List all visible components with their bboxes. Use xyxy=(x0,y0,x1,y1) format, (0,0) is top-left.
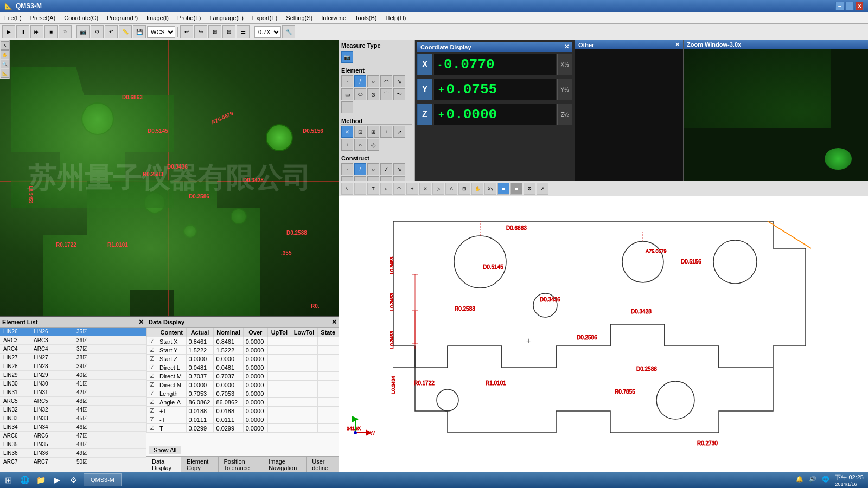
data-display-close-button[interactable]: ✕ xyxy=(331,318,337,326)
ie-button[interactable]: 🌐 xyxy=(16,473,33,487)
menu-export[interactable]: Export(E) xyxy=(248,14,282,22)
element-ring-icon[interactable]: ⊙ xyxy=(367,88,379,100)
list-item[interactable]: LIN27 LIN27 38 ☑ xyxy=(0,354,146,362)
list-item[interactable]: LIN30 LIN30 41 ☑ xyxy=(0,380,146,388)
fast-forward-button[interactable]: » xyxy=(59,25,72,38)
list-item[interactable]: LIN36 LIN36 49 ☑ xyxy=(0,449,146,458)
step-forward-button[interactable]: ⏭ xyxy=(30,25,43,38)
element-rect-icon[interactable]: ▭ xyxy=(341,88,353,100)
start-button[interactable]: ⊞ xyxy=(0,473,16,487)
element-line-icon[interactable]: / xyxy=(354,75,366,87)
list-item[interactable]: ARC6 ARC6 47 ☑ xyxy=(0,432,146,440)
refresh-button[interactable]: ↺ xyxy=(91,25,104,38)
construct-dot-icon[interactable]: · xyxy=(341,163,353,175)
method-dash-icon[interactable]: ⊞ xyxy=(367,126,379,138)
cad-settings-btn[interactable]: ⚙ xyxy=(524,183,535,195)
play-button[interactable]: ▶ xyxy=(2,25,15,38)
cad-color2-btn[interactable]: ■ xyxy=(510,183,522,195)
element-wave-icon[interactable]: ∿ xyxy=(393,75,405,87)
cad-xy-btn[interactable]: Xy xyxy=(484,183,496,195)
cad-color1-btn[interactable]: ■ xyxy=(497,183,509,195)
tray-icon-2[interactable]: 🔊 xyxy=(809,476,818,484)
app-button[interactable]: ⚙ xyxy=(65,473,81,487)
folder-button[interactable]: 📁 xyxy=(33,473,49,487)
method-dotted-icon[interactable]: ⊡ xyxy=(354,126,366,138)
x-half-button[interactable]: X½ xyxy=(557,54,572,75)
construct-line-icon[interactable]: / xyxy=(354,163,366,175)
stop-button[interactable]: ■ xyxy=(44,25,58,38)
cad-x-btn[interactable]: ✕ xyxy=(419,183,431,195)
measure-icon-camera[interactable]: 📷 xyxy=(341,51,353,63)
redo-button[interactable]: ↪ xyxy=(194,25,207,38)
other-close-button[interactable]: ✕ xyxy=(675,41,680,48)
pause-button[interactable]: ⏸ xyxy=(16,25,29,38)
method-x-icon[interactable]: ✕ xyxy=(341,126,353,138)
method-plus-icon[interactable]: + xyxy=(380,126,392,138)
list-item[interactable]: ARC7 ARC7 50 ☑ xyxy=(0,458,146,466)
camera-button[interactable]: 📷 xyxy=(76,25,90,38)
element-circle-icon[interactable]: ○ xyxy=(367,75,379,87)
cad-arc-btn[interactable]: ◠ xyxy=(393,183,405,195)
z-half-button[interactable]: Z½ xyxy=(557,104,572,125)
cad-zoom-out-btn[interactable]: ⊞ xyxy=(458,183,470,195)
table-button[interactable]: ⊟ xyxy=(222,25,235,38)
construct-wave2-icon[interactable]: ∿ xyxy=(393,163,405,175)
construct-circle-icon[interactable]: ○ xyxy=(367,163,379,175)
cad-circle-btn[interactable]: ○ xyxy=(380,183,392,195)
menu-preset[interactable]: Preset(A) xyxy=(26,14,60,22)
cad-pan-btn[interactable]: ✋ xyxy=(471,183,483,195)
cad-canvas[interactable]: D0.6863 D0.5145 D0.5156 D0.3436 D0.3428 … xyxy=(339,196,868,474)
list-item[interactable]: LIN32 LIN32 44 ☑ xyxy=(0,406,146,414)
list-item[interactable]: ARC3 ARC3 36 ☑ xyxy=(0,336,146,345)
y-half-button[interactable]: Y½ xyxy=(557,79,572,100)
undo-button[interactable]: ↩ xyxy=(180,25,193,38)
align-button[interactable]: ⊞ xyxy=(208,25,221,38)
element-list-table[interactable]: LIN26 LIN26 35 ☑ ARC3 ARC3 36 ☑ ARC4 ARC… xyxy=(0,328,146,474)
minimize-button[interactable]: − xyxy=(835,2,844,10)
method-circle-icon[interactable]: ○ xyxy=(354,139,366,151)
list-item[interactable]: LIN31 LIN31 42 ☑ xyxy=(0,388,146,397)
element-hline-icon[interactable]: — xyxy=(341,101,353,113)
cad-t-btn[interactable]: T xyxy=(367,183,379,195)
list-button[interactable]: ☰ xyxy=(237,25,250,38)
cad-cursor-btn[interactable]: ▷ xyxy=(432,183,444,195)
menu-setting[interactable]: Setting(S) xyxy=(282,14,317,22)
close-button[interactable]: ✕ xyxy=(855,2,864,10)
menu-language[interactable]: Language(L) xyxy=(205,14,247,22)
element-check[interactable]: ☑ xyxy=(82,328,93,335)
method-target-icon[interactable]: ◎ xyxy=(367,139,379,151)
tool-cursor[interactable]: ↖ xyxy=(1,41,9,50)
taskbar-qms-app[interactable]: QMS3-M xyxy=(84,473,122,486)
element-curve-icon[interactable]: ⌒ xyxy=(380,88,392,100)
cad-arrow-btn[interactable]: ↖ xyxy=(341,183,353,195)
media-button[interactable]: ▶ xyxy=(49,473,65,487)
tool-measure[interactable]: 📐 xyxy=(1,69,9,78)
method-arrow-icon[interactable]: ↗ xyxy=(393,126,405,138)
cad-export-btn[interactable]: ↗ xyxy=(537,183,548,195)
cad-plus-btn[interactable]: + xyxy=(406,183,418,195)
list-item[interactable]: LIN33 LIN33 45 ☑ xyxy=(0,414,146,423)
list-item[interactable]: ARC5 ARC5 43 ☑ xyxy=(0,397,146,406)
menu-file[interactable]: File(F) xyxy=(0,14,26,22)
tray-icon-3[interactable]: 🌐 xyxy=(822,476,831,484)
cad-zoom-in-btn[interactable]: A xyxy=(445,183,457,195)
list-item[interactable]: LIN29 LIN29 40 ☑ xyxy=(0,371,146,380)
viewport[interactable]: ↖ ✋ 🔍 📐 苏州量子仪器有限公司 D0.6863 D0.5145 D0.51 xyxy=(0,40,339,317)
element-list-close-button[interactable]: ✕ xyxy=(138,318,144,326)
menu-image[interactable]: Image(I) xyxy=(142,14,173,22)
list-item[interactable]: ARC4 ARC4 37 ☑ xyxy=(0,345,146,354)
element-arc-icon[interactable]: ◠ xyxy=(380,75,392,87)
list-item[interactable]: LIN28 LIN28 39 ☑ xyxy=(0,362,146,371)
element-freeform-icon[interactable]: 〜 xyxy=(393,88,405,100)
extra-button[interactable]: 🔧 xyxy=(282,25,295,38)
zoom-select[interactable]: 0.7X 1.0X 2.0X 3.0X xyxy=(254,26,281,38)
menu-help[interactable]: Help(H) xyxy=(381,14,410,22)
save-button[interactable]: 💾 xyxy=(133,25,146,38)
tool-hand[interactable]: ✋ xyxy=(1,50,9,59)
coordinate-close-button[interactable]: ✕ xyxy=(564,43,569,50)
data-table-container[interactable]: Content Actual Nominal Over UpTol LowTol… xyxy=(146,328,339,444)
show-all-button[interactable]: Show All xyxy=(149,446,181,454)
list-item[interactable]: LIN26 LIN26 35 ☑ xyxy=(0,328,146,336)
tool-zoom[interactable]: 🔍 xyxy=(1,60,9,68)
menu-intervene[interactable]: Intervene xyxy=(317,14,350,22)
